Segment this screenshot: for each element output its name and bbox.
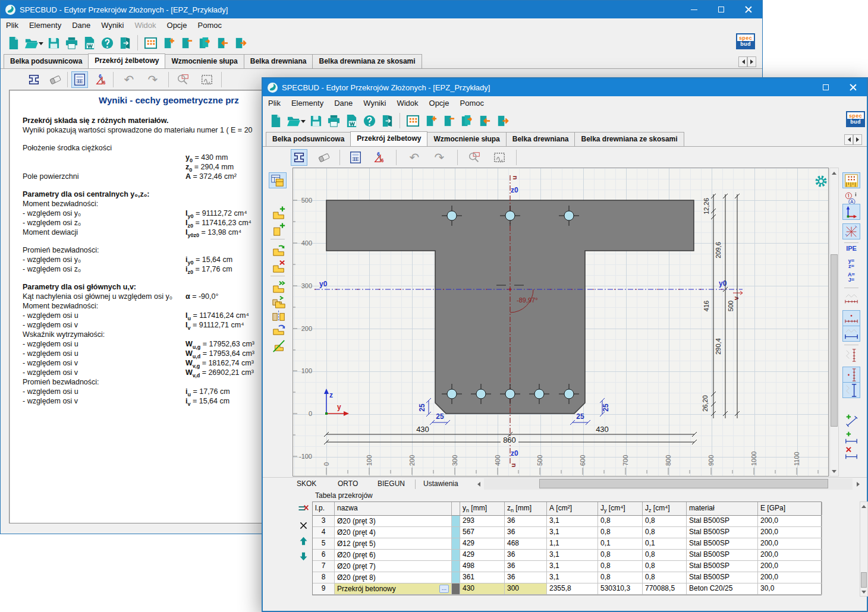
- save-button[interactable]: [308, 112, 323, 129]
- cell-yn[interactable]: 361: [460, 572, 505, 583]
- cell-lp[interactable]: 7: [313, 561, 335, 572]
- add-element-button[interactable]: [161, 34, 176, 51]
- maximize-button[interactable]: [812, 78, 839, 96]
- table-scroll-down-button[interactable]: [860, 588, 867, 596]
- cell-zn[interactable]: 36: [505, 572, 547, 583]
- open-file-button[interactable]: [285, 112, 301, 129]
- canvas-hscrollbar[interactable]: [484, 478, 853, 490]
- properties-toggle[interactable]: A=J=: [842, 272, 860, 283]
- cell-area[interactable]: 1,1: [547, 538, 598, 550]
- hdim-chain-button[interactable]: [842, 291, 860, 307]
- table-header-cell[interactable]: zn [mm]: [505, 502, 547, 515]
- cell-nazwa[interactable]: Ø20 (pręt 6): [335, 550, 452, 561]
- eraser-button[interactable]: [316, 149, 332, 166]
- menu-plik[interactable]: Plik: [1, 20, 24, 31]
- tab-belka-drewniana[interactable]: Belka drewniana: [244, 54, 313, 68]
- tab-scroll-right-button[interactable]: [853, 134, 862, 145]
- zoom-extents-button[interactable]: [491, 149, 508, 166]
- cell-jz[interactable]: 0,8: [643, 572, 687, 583]
- menu-dane[interactable]: Dane: [329, 97, 358, 109]
- tab-belka-drewniana[interactable]: Belka drewniana: [506, 132, 575, 146]
- table-header-cell[interactable]: A [cm²]: [547, 502, 598, 515]
- cell-zn[interactable]: 468: [505, 538, 547, 550]
- section-edit-button[interactable]: [291, 149, 307, 166]
- cell-jz[interactable]: 0,1: [643, 538, 687, 550]
- table-header-cell[interactable]: materiał: [687, 502, 758, 515]
- cell-e[interactable]: 200,0: [758, 527, 822, 538]
- menu-widok[interactable]: Widok: [391, 97, 423, 109]
- cell-jy[interactable]: 0,8: [598, 550, 643, 561]
- menu-opcje[interactable]: Opcje: [424, 97, 455, 109]
- cell-lp[interactable]: 8: [313, 572, 335, 583]
- cell-yn[interactable]: 498: [460, 561, 505, 572]
- cell-zn[interactable]: 36: [505, 561, 547, 572]
- scroll-down-button[interactable]: [830, 467, 838, 476]
- copy-element-button[interactable]: [458, 112, 474, 129]
- tab-scroll-left-button[interactable]: [738, 56, 747, 67]
- scroll-up-button[interactable]: [830, 168, 838, 177]
- zoom-window-button[interactable]: [466, 149, 483, 166]
- menu-dane[interactable]: Dane: [67, 20, 96, 31]
- local-axes-button[interactable]: [842, 204, 860, 220]
- cell-jy[interactable]: 0,1: [598, 538, 643, 550]
- menu-opcje[interactable]: Opcje: [162, 20, 193, 31]
- cell-area[interactable]: 3,1: [547, 550, 598, 561]
- hscroll-left-button[interactable]: [474, 478, 483, 490]
- vdim-points-button[interactable]: [842, 367, 860, 383]
- export-word-button[interactable]: [81, 34, 97, 51]
- add-shape-button[interactable]: [270, 204, 288, 220]
- menu-elementy[interactable]: Elementy: [24, 20, 67, 31]
- cell-e[interactable]: 200,0: [758, 572, 822, 583]
- canvas-vscrollbar[interactable]: [829, 168, 839, 477]
- cell-jz[interactable]: 0,8: [643, 527, 687, 538]
- table-move-up-button[interactable]: [297, 535, 309, 547]
- cell-nazwa[interactable]: Ø20 (pręt 8): [335, 572, 452, 583]
- add-diagonal-dim-button[interactable]: [842, 412, 860, 428]
- new-file-button[interactable]: [5, 34, 21, 51]
- copy-element-button[interactable]: [196, 34, 212, 51]
- cell-e[interactable]: 200,0: [758, 561, 822, 572]
- cell-material[interactable]: Stal B500SP: [687, 572, 758, 583]
- cell-lp[interactable]: 3: [313, 516, 335, 527]
- menu-wyniki[interactable]: Wyniki: [96, 20, 129, 31]
- cell-area[interactable]: 2355,8: [547, 583, 598, 595]
- open-file-dropdown-icon[interactable]: [39, 42, 43, 48]
- orto-toggle[interactable]: ORTO: [338, 479, 358, 488]
- cell-material[interactable]: Stal B500SP: [687, 516, 758, 527]
- ellipsis-button[interactable]: ...: [439, 585, 449, 593]
- table-row[interactable]: 8 Ø20 (pręt 8) 361 36 3,1 0,8 0,8 Stal B…: [313, 572, 821, 583]
- menu-widok[interactable]: Widok: [129, 20, 161, 31]
- exit-button[interactable]: [379, 112, 395, 129]
- cell-swatch[interactable]: [452, 516, 460, 527]
- delete-element-button[interactable]: [270, 258, 288, 274]
- cell-nazwa[interactable]: Ø12 (pręt 5): [335, 538, 452, 550]
- exit-button[interactable]: [117, 34, 133, 51]
- cell-material[interactable]: Beton C20/25: [687, 583, 758, 595]
- table-view-button[interactable]: [405, 112, 420, 129]
- cell-material[interactable]: Stal B500SP: [687, 561, 758, 572]
- import-element-button[interactable]: [214, 34, 229, 51]
- cell-area[interactable]: 3,1: [547, 527, 598, 538]
- add-rect-button[interactable]: [270, 221, 288, 237]
- help-button[interactable]: [361, 112, 377, 129]
- stress-diagram-button[interactable]: 66: [371, 149, 388, 166]
- cell-zn[interactable]: 36: [505, 527, 547, 538]
- cell-nazwa[interactable]: Przekrój betonowy...: [335, 583, 452, 595]
- cell-zn[interactable]: 36: [505, 516, 547, 527]
- table-row[interactable]: 6 Ø20 (pręt 6) 429 36 3,1 0,8 0,8 Stal B…: [313, 550, 821, 561]
- cell-lp[interactable]: 5: [313, 538, 335, 550]
- table-move-down-button[interactable]: [297, 550, 309, 562]
- menu-pomoc[interactable]: Pomoc: [455, 97, 489, 109]
- table-view-button[interactable]: [143, 34, 158, 51]
- export-element-button[interactable]: [232, 34, 247, 51]
- import-element-button[interactable]: [476, 112, 492, 129]
- tab-scroll-right-button[interactable]: [747, 56, 756, 67]
- table-vscrollbar[interactable]: [860, 501, 868, 597]
- open-file-dropdown-icon[interactable]: [301, 120, 306, 125]
- stress-diagram-button[interactable]: 66: [93, 71, 109, 88]
- tab-wzmocnienie-slupa[interactable]: Wzmocnienie słupa: [427, 132, 506, 146]
- new-file-button[interactable]: [268, 112, 283, 129]
- coords-toggle[interactable]: y=z=: [842, 258, 860, 270]
- trim-element-button[interactable]: [270, 337, 288, 354]
- table-row[interactable]: 4 Ø20 (pręt 4) 567 36 3,1 0,8 0,8 Stal B…: [313, 527, 821, 538]
